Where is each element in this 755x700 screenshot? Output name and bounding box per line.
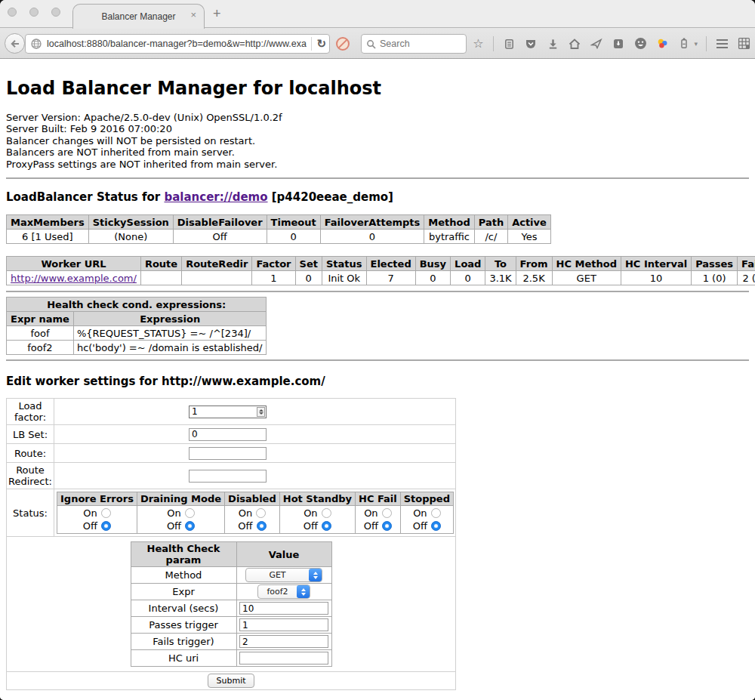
hc-header-row: Health Check param Value (131, 542, 331, 567)
bookmark-star-icon[interactable]: ☆ (471, 37, 485, 51)
window-close-icon[interactable] (8, 8, 17, 17)
edit-worker-form: Load factor: LB Set: Route: (6, 398, 456, 690)
search-icon (366, 39, 376, 49)
home-icon[interactable] (568, 37, 581, 51)
back-button[interactable] (5, 33, 25, 54)
stopped-off-radio[interactable] (431, 521, 441, 531)
downloads-icon[interactable] (546, 37, 559, 51)
col-hc-fail: HC Fail (356, 492, 401, 506)
disabled-on-radio[interactable] (256, 508, 266, 518)
content-blocked-icon[interactable] (335, 36, 350, 51)
tab-bar: Balancer Manager × + (0, 0, 755, 28)
col-stopped: Stopped (400, 492, 453, 506)
cell-passes: 1 (0) (692, 271, 738, 285)
cell-stickysession: (None) (88, 230, 173, 244)
search-bar[interactable] (361, 34, 467, 54)
table-header-row: Expr name Expression (7, 312, 267, 326)
battery-addon-icon[interactable] (677, 37, 691, 51)
toolbar-divider (706, 36, 707, 51)
draining-mode-off-radio[interactable] (185, 521, 195, 531)
site-identity-globe-icon (30, 38, 42, 50)
stopped-radios: On Off (400, 506, 453, 534)
cell-hc-interval: 10 (621, 271, 691, 285)
url-text[interactable]: localhost:8880/balancer-manager?b=demo&w… (47, 39, 307, 49)
load-factor-label: Load factor: (7, 399, 54, 425)
form-row-status: Status: Ignore Errors Draining Mode Disa… (7, 489, 456, 537)
worker-url-link[interactable]: http://www.example.com/ (11, 273, 137, 284)
grid-addon-icon[interactable] (737, 37, 750, 51)
colored-dots-addon-icon[interactable] (655, 37, 669, 51)
page-content: Load Balancer Manager for localhost Serv… (0, 59, 755, 700)
cell-hc-method: GET (552, 271, 621, 285)
col-route: Route (140, 257, 181, 271)
browser-tab[interactable]: Balancer Manager × (72, 4, 205, 29)
off-label: Off (364, 520, 378, 532)
route-input[interactable] (189, 447, 267, 460)
number-spinner-icon[interactable] (257, 407, 265, 417)
cell-method: bytraffic (424, 230, 474, 244)
status-label: Status: (7, 489, 54, 537)
col-expr-name: Expr name (7, 312, 74, 326)
load-factor-cell (54, 399, 456, 425)
method-select[interactable]: GET (245, 568, 322, 582)
method-label: Method (131, 567, 236, 584)
fails-cell (236, 634, 331, 650)
col-set: Set (295, 257, 322, 271)
submit-button[interactable]: Submit (208, 674, 254, 688)
server-version-line: Server Version: Apache/2.5.0-dev (Unix) … (6, 112, 749, 123)
route-redirect-label: Route Redirect: (7, 463, 54, 489)
load-factor-input[interactable] (189, 406, 267, 418)
disabled-off-radio[interactable] (257, 521, 267, 531)
back-arrow-icon (9, 38, 21, 50)
expr-select[interactable]: foof2 (257, 584, 310, 599)
col-active: Active (508, 215, 551, 230)
fails-input[interactable] (239, 635, 328, 648)
hc-fail-on-radio[interactable] (382, 508, 392, 518)
window-minimize-icon[interactable] (29, 8, 39, 17)
pocket-icon[interactable] (524, 37, 538, 51)
toolbar-divider (493, 36, 494, 51)
lb-set-input[interactable] (189, 428, 267, 441)
balancer-demo-link[interactable]: balancer://demo (164, 190, 267, 204)
ignore-errors-on-radio[interactable] (101, 508, 111, 518)
hc-fail-off-radio[interactable] (382, 521, 392, 531)
search-input[interactable] (380, 39, 455, 49)
reload-icon[interactable]: ↻ (316, 37, 326, 51)
col-hc-interval: HC Interval (621, 257, 691, 271)
cell-status: Init Ok (322, 271, 366, 285)
cell-from: 2.5K (516, 271, 552, 285)
send-tab-icon[interactable] (590, 37, 603, 51)
col-method: Method (424, 215, 474, 230)
off-label: Off (413, 520, 427, 532)
submit-cell: Submit (7, 672, 456, 690)
addon-caret-icon[interactable]: ▾ (694, 40, 698, 48)
ignore-errors-off-radio[interactable] (101, 521, 111, 531)
col-to: To (485, 257, 516, 271)
new-tab-button[interactable]: + (213, 6, 221, 22)
cell-set: 0 (295, 271, 322, 285)
reading-list-icon[interactable] (502, 37, 516, 51)
tab-close-icon[interactable]: × (190, 10, 196, 20)
window-zoom-icon[interactable] (51, 8, 60, 17)
balancer-heading-suffix: [p4420eeae_demo] (268, 190, 393, 204)
feedback-smiley-icon[interactable] (633, 37, 647, 51)
col-passes: Passes (692, 257, 738, 271)
menu-hamburger-icon[interactable] (715, 37, 729, 51)
hc-row-hc-uri: HC uri (131, 650, 331, 667)
stopped-on-radio[interactable] (431, 508, 441, 518)
navigation-toolbar: localhost:8880/balancer-manager?b=demo&w… (0, 28, 755, 59)
passes-input[interactable] (239, 618, 328, 631)
hc-uri-input[interactable] (239, 652, 328, 665)
draining-mode-on-radio[interactable] (185, 508, 195, 518)
cell-expression: hc('body') =~ /domain is established/ (73, 341, 267, 355)
hot-standby-on-radio[interactable] (322, 508, 331, 518)
col-busy: Busy (415, 257, 450, 271)
hot-standby-off-radio[interactable] (322, 521, 331, 531)
form-row-submit: Submit (7, 672, 456, 690)
col-failoverattempts: FailoverAttempts (320, 215, 424, 230)
route-redirect-input[interactable] (189, 470, 267, 483)
url-bar[interactable]: localhost:8880/balancer-manager?b=demo&w… (25, 34, 330, 54)
interval-label: Interval (secs) (131, 600, 236, 617)
panel-download-icon[interactable] (612, 37, 625, 51)
interval-input[interactable] (239, 602, 328, 615)
